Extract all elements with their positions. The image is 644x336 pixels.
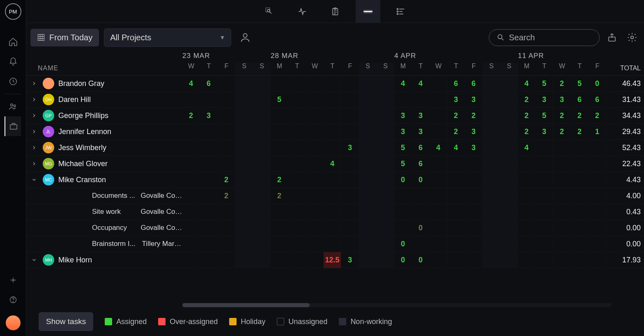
workload-cell[interactable]: 3 <box>394 108 412 124</box>
workload-cell[interactable] <box>218 220 235 236</box>
expand-toggle[interactable] <box>31 161 39 167</box>
workload-cell[interactable]: 0 <box>412 220 430 236</box>
workload-cell[interactable] <box>253 236 271 252</box>
workload-cell[interactable] <box>377 108 394 124</box>
search-input[interactable]: Search <box>489 29 600 46</box>
workload-cell[interactable] <box>359 76 377 92</box>
workload-cell[interactable]: 2 <box>447 124 465 140</box>
workload-cell[interactable] <box>447 236 465 252</box>
workload-cell[interactable] <box>430 236 447 252</box>
workload-cell[interactable] <box>430 92 447 108</box>
workload-cell[interactable] <box>271 220 288 236</box>
workload-cell[interactable]: 0 <box>394 172 412 188</box>
workload-cell[interactable] <box>447 252 465 268</box>
workload-cell[interactable] <box>253 252 271 268</box>
workload-cell[interactable]: 5 <box>394 156 412 172</box>
workload-cell[interactable] <box>447 204 465 220</box>
workload-cell[interactable] <box>253 220 271 236</box>
from-today-button[interactable]: From Today <box>30 29 99 46</box>
workload-cell[interactable] <box>589 220 606 236</box>
workload-cell[interactable] <box>288 156 306 172</box>
workload-cell[interactable]: 4 <box>182 76 200 92</box>
nav-home[interactable] <box>5 32 21 52</box>
workload-cell[interactable] <box>518 172 536 188</box>
workload-cell[interactable]: 2 <box>589 108 606 124</box>
workload-cell[interactable] <box>341 76 359 92</box>
expand-toggle[interactable] <box>31 97 39 102</box>
workload-cell[interactable] <box>447 188 465 204</box>
filter-person-icon[interactable] <box>239 32 251 43</box>
workload-cell[interactable] <box>306 172 324 188</box>
workload-cell[interactable] <box>306 204 324 220</box>
workload-cell[interactable] <box>306 76 324 92</box>
workload-cell[interactable] <box>483 252 500 268</box>
workload-cell[interactable]: 3 <box>447 92 465 108</box>
workload-cell[interactable]: 4 <box>324 156 341 172</box>
workload-cell[interactable] <box>536 140 553 156</box>
workload-cell[interactable]: 6 <box>200 76 218 92</box>
workload-cell[interactable] <box>288 76 306 92</box>
workload-cell[interactable] <box>589 172 606 188</box>
show-tasks-button[interactable]: Show tasks <box>39 312 93 331</box>
workload-cell[interactable] <box>518 204 536 220</box>
workload-cell[interactable]: 1 <box>589 124 606 140</box>
workload-cell[interactable] <box>271 124 288 140</box>
workload-cell[interactable] <box>430 172 447 188</box>
view-workload-icon[interactable] <box>356 0 380 23</box>
workload-cell[interactable] <box>536 236 553 252</box>
workload-cell[interactable] <box>500 188 518 204</box>
horizontal-scrollbar[interactable] <box>182 303 611 307</box>
workload-cell[interactable] <box>253 108 271 124</box>
workload-cell[interactable]: 4 <box>518 140 536 156</box>
workload-cell[interactable]: 4 <box>518 76 536 92</box>
workload-cell[interactable]: 0 <box>589 76 606 92</box>
workload-cell[interactable] <box>218 92 235 108</box>
workload-cell[interactable] <box>218 252 235 268</box>
workload-cell[interactable] <box>518 236 536 252</box>
workload-cell[interactable] <box>500 108 518 124</box>
workload-cell[interactable] <box>359 204 377 220</box>
workload-cell[interactable]: 2 <box>218 188 235 204</box>
workload-cell[interactable]: 3 <box>200 108 218 124</box>
workload-cell[interactable] <box>306 92 324 108</box>
workload-cell[interactable] <box>589 156 606 172</box>
workload-cell[interactable] <box>200 172 218 188</box>
workload-cell[interactable] <box>465 252 483 268</box>
app-logo[interactable]: PM <box>5 3 21 20</box>
workload-cell[interactable] <box>430 204 447 220</box>
workload-cell[interactable]: 3 <box>394 124 412 140</box>
workload-cell[interactable] <box>253 92 271 108</box>
workload-cell[interactable] <box>359 124 377 140</box>
view-gantt-icon[interactable] <box>389 0 413 23</box>
workload-cell[interactable] <box>518 220 536 236</box>
workload-cell[interactable] <box>377 204 394 220</box>
workload-cell[interactable]: 5 <box>394 140 412 156</box>
workload-cell[interactable] <box>483 172 500 188</box>
workload-cell[interactable] <box>359 220 377 236</box>
workload-cell[interactable] <box>235 204 253 220</box>
workload-cell[interactable] <box>394 92 412 108</box>
workload-cell[interactable] <box>447 220 465 236</box>
workload-cell[interactable] <box>324 220 341 236</box>
workload-cell[interactable] <box>235 172 253 188</box>
workload-cell[interactable] <box>341 124 359 140</box>
workload-cell[interactable] <box>359 188 377 204</box>
workload-cell[interactable] <box>518 156 536 172</box>
workload-cell[interactable]: 6 <box>447 76 465 92</box>
workload-cell[interactable]: 4 <box>447 140 465 156</box>
workload-cell[interactable] <box>182 220 200 236</box>
workload-cell[interactable]: 6 <box>412 156 430 172</box>
workload-cell[interactable] <box>377 220 394 236</box>
workload-cell[interactable] <box>483 92 500 108</box>
workload-cell[interactable] <box>218 204 235 220</box>
workload-cell[interactable] <box>377 92 394 108</box>
workload-cell[interactable] <box>200 156 218 172</box>
workload-cell[interactable] <box>553 236 571 252</box>
workload-cell[interactable] <box>218 156 235 172</box>
workload-cell[interactable] <box>483 204 500 220</box>
workload-cell[interactable] <box>447 156 465 172</box>
workload-cell[interactable]: 5 <box>571 76 589 92</box>
workload-cell[interactable] <box>571 236 589 252</box>
workload-cell[interactable] <box>288 188 306 204</box>
workload-cell[interactable] <box>235 252 253 268</box>
